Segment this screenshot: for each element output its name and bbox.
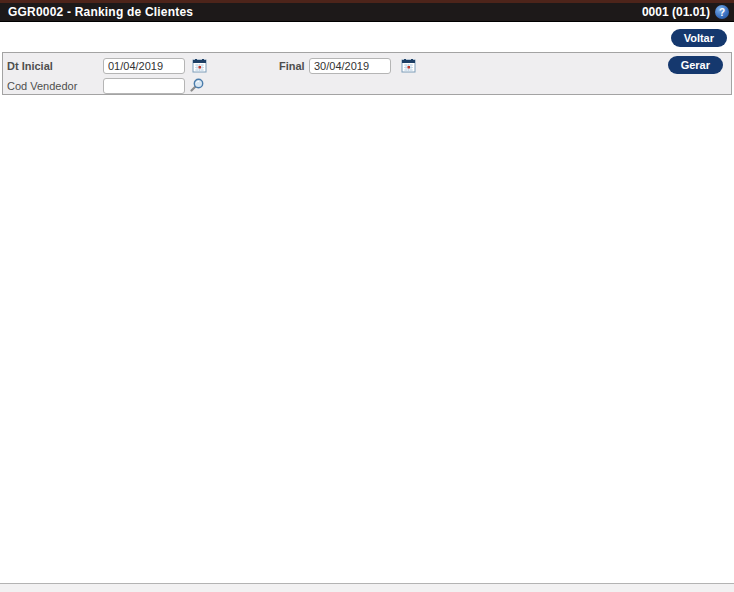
title-bar: GGR0002 - Ranking de Clientes 0001 (01.0… [0, 3, 734, 22]
page-title: GGR0002 - Ranking de Clientes [8, 5, 193, 19]
magnifier-icon[interactable] [189, 77, 204, 92]
title-bar-right: 0001 (01.01) ? [642, 5, 729, 19]
help-icon[interactable]: ? [715, 5, 729, 19]
filter-panel: Dt Inicial Final Gerar Cod Vendedor [2, 52, 732, 95]
dt-inicial-label: Dt Inicial [7, 60, 53, 72]
cod-vendedor-label: Cod Vendedor [7, 80, 77, 92]
dt-inicial-input[interactable] [103, 58, 185, 74]
cod-vendedor-input[interactable] [103, 78, 185, 94]
content-area [0, 96, 734, 583]
voltar-row: Voltar [671, 28, 727, 47]
calendar-icon[interactable] [401, 58, 416, 73]
final-label: Final [279, 60, 305, 72]
gerar-button[interactable]: Gerar [668, 56, 723, 74]
final-input[interactable] [309, 58, 391, 74]
calendar-icon[interactable] [192, 58, 207, 73]
footer-bar [0, 583, 734, 592]
version-label: 0001 (01.01) [642, 5, 710, 19]
voltar-button[interactable]: Voltar [671, 29, 727, 47]
